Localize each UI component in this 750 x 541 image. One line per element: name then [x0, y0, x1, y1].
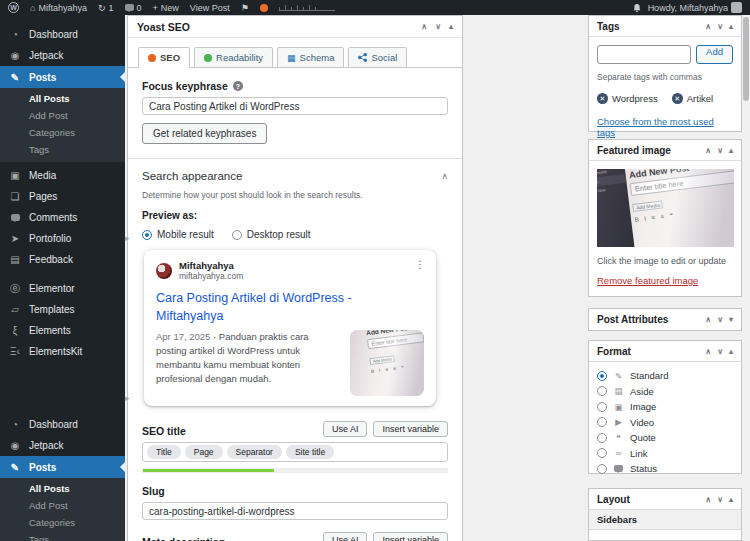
remove-tag-icon[interactable]: ✕ — [597, 93, 608, 104]
remove-featured-image-link[interactable]: Remove featured image — [597, 275, 698, 286]
view-post-menu[interactable]: View Post — [190, 3, 230, 13]
move-up-icon[interactable]: ∧ — [705, 22, 711, 31]
help-icon[interactable]: ? — [233, 81, 243, 91]
sidebar-item-jetpack[interactable]: ◉ Jetpack — [0, 45, 125, 66]
comments-menu[interactable]: 0 — [125, 3, 142, 13]
sidebar-item-jetpack-2[interactable]: ◉ Jetpack — [0, 435, 125, 456]
add-tag-button[interactable]: Add — [696, 45, 733, 64]
toggle-panel-icon[interactable]: ▾ — [729, 315, 733, 324]
tags-panel-header[interactable]: Tags ∧ ∨ ▴ — [589, 16, 741, 37]
move-up-icon[interactable]: ∧ — [705, 146, 711, 155]
image-text: Add Media — [632, 200, 663, 212]
format-option-image[interactable]: ▣ Image — [597, 399, 733, 414]
move-down-icon[interactable]: ∨ — [717, 146, 723, 155]
format-option-quote[interactable]: ❝ Quote — [597, 430, 733, 445]
move-down-icon[interactable]: ∨ — [717, 347, 723, 356]
variable-pill-title[interactable]: Title — [147, 445, 181, 459]
search-appearance-toggle[interactable]: Search appearance ∧ — [142, 159, 448, 182]
toggle-panel-icon[interactable]: ▴ — [729, 146, 733, 155]
slug-input[interactable] — [142, 502, 448, 520]
focus-keyphrase-input[interactable] — [142, 97, 448, 115]
featured-image-panel-header[interactable]: Featured image ∧ ∨ ▴ — [589, 140, 741, 161]
move-down-icon[interactable]: ∨ — [717, 315, 723, 324]
google-preview-card[interactable]: Miftahyahya miftahyahya.com ⋮ Cara Posti… — [144, 250, 436, 406]
sidebar-item-elementskit[interactable]: Ξ‹ ElementsKit — [0, 341, 125, 362]
use-ai-button[interactable]: Use AI — [323, 532, 368, 541]
updates-menu[interactable]: ↻ 1 — [98, 3, 114, 13]
sidebar-item-elements[interactable]: ξ Elements — [0, 320, 125, 341]
move-up-icon[interactable]: ∧ — [421, 22, 427, 31]
sidebar-item-posts-2[interactable]: ✎ Posts — [0, 456, 125, 478]
submenu-item-all-posts[interactable]: All Posts — [0, 480, 125, 497]
wordpress-logo-menu[interactable]: W — [8, 2, 19, 13]
sidebar-item-dashboard-2[interactable]: ◔ Dashboard — [0, 414, 125, 435]
format-option-status[interactable]: Status — [597, 461, 733, 476]
tab-readability[interactable]: Readability — [194, 47, 273, 68]
tab-social[interactable]: Social — [348, 47, 407, 68]
toggle-panel-icon[interactable]: ▴ — [729, 347, 733, 356]
move-down-icon[interactable]: ∨ — [717, 22, 723, 31]
remove-tag-icon[interactable]: ✕ — [672, 93, 683, 104]
my-account-menu[interactable]: Howdy, Miftahyahya — [648, 2, 742, 13]
mobile-result-radio[interactable]: Mobile result — [142, 229, 214, 240]
format-panel: Format ∧ ∨ ▴ ✎ Standard ▤ Aside — [588, 340, 742, 474]
plugin-flag-menu[interactable]: ⚑ — [241, 3, 249, 13]
use-ai-button[interactable]: Use AI — [323, 421, 368, 437]
toggle-panel-icon[interactable]: ▴ — [449, 22, 453, 31]
sidebar-item-label: Portofolio — [29, 233, 71, 244]
new-tag-input[interactable] — [597, 45, 691, 64]
submenu-item-add-post[interactable]: Add Post — [0, 107, 125, 124]
yoast-metabox-header[interactable]: Yoast SEO ∧ ∨ ▴ — [128, 16, 462, 38]
post-attributes-panel-header[interactable]: Post Attributes ∧ ∨ ▾ — [589, 309, 741, 330]
preview-result-thumbnail: Add New Post Enter title here Add Media … — [350, 330, 424, 396]
featured-image-thumbnail[interactable]: Dashboard Posts Add New Add New Post Ent… — [597, 169, 734, 247]
variable-pill-page[interactable]: Page — [185, 445, 223, 459]
page-scrollbar[interactable] — [742, 15, 750, 541]
site-name-menu[interactable]: ⌂ Miftahyahya — [30, 3, 87, 13]
move-down-icon[interactable]: ∨ — [717, 495, 723, 504]
sidebar-item-feedback[interactable]: ▤ Feedback — [0, 249, 125, 270]
sidebar-item-media[interactable]: ▣ Media — [0, 165, 125, 186]
variable-pill-separator[interactable]: Separator — [227, 445, 282, 459]
notifications-bell-icon[interactable] — [632, 3, 642, 13]
yoast-seo-score-menu[interactable] — [260, 4, 268, 12]
submenu-item-categories[interactable]: Categories — [0, 124, 125, 141]
tab-schema[interactable]: ▦ Schema — [277, 47, 344, 68]
sidebar-item-pages[interactable]: ❏ Pages — [0, 186, 125, 207]
most-used-tags-link[interactable]: Choose from the most used tags — [597, 116, 733, 138]
format-option-link[interactable]: ∞ Link — [597, 446, 733, 461]
move-down-icon[interactable]: ∨ — [435, 22, 441, 31]
move-up-icon[interactable]: ∧ — [705, 315, 711, 324]
new-content-menu[interactable]: + New — [153, 3, 179, 13]
move-up-icon[interactable]: ∧ — [705, 495, 711, 504]
sidebar-item-portofolio[interactable]: ➤ Portofolio — [0, 228, 125, 249]
submenu-item-tags[interactable]: Tags — [0, 141, 125, 158]
sidebar-item-comments[interactable]: Comments — [0, 207, 125, 228]
insert-variable-button[interactable]: Insert variable — [373, 421, 448, 437]
scrollbar-thumb[interactable] — [743, 17, 749, 101]
format-option-aside[interactable]: ▤ Aside — [597, 384, 733, 399]
seo-title-input[interactable]: Title Page Separator Site title — [142, 442, 448, 462]
format-option-video[interactable]: ▶ Video — [597, 415, 733, 430]
desktop-result-radio[interactable]: Desktop result — [232, 229, 311, 240]
toggle-panel-icon[interactable]: ▴ — [729, 22, 733, 31]
sidebar-item-elementor[interactable]: ⓔ Elementor — [0, 278, 125, 299]
layout-panel-header[interactable]: Layout ∧ ∨ ▴ — [589, 489, 741, 510]
submenu-item-all-posts[interactable]: All Posts — [0, 90, 125, 107]
format-panel-header[interactable]: Format ∧ ∨ ▴ — [589, 341, 741, 362]
yoast-seo-score-icon — [260, 4, 268, 12]
get-related-keyphrases-button[interactable]: Get related keyphrases — [142, 123, 267, 144]
submenu-item-add-post[interactable]: Add Post — [0, 497, 125, 514]
sidebar-item-dashboard[interactable]: ◔ Dashboard — [0, 24, 125, 45]
insert-variable-button[interactable]: Insert variable — [373, 532, 448, 541]
submenu-item-categories[interactable]: Categories — [0, 514, 125, 531]
move-up-icon[interactable]: ∧ — [705, 347, 711, 356]
toggle-panel-icon[interactable]: ▴ — [729, 495, 733, 504]
format-option-standard[interactable]: ✎ Standard — [597, 368, 733, 383]
variable-pill-site-title[interactable]: Site title — [286, 445, 334, 459]
submenu-item-tags[interactable]: Tags — [0, 531, 125, 541]
sidebar-item-templates[interactable]: ▱ Templates — [0, 299, 125, 320]
preview-date: Apr 17, 2025 — [156, 331, 210, 342]
sidebar-item-posts[interactable]: ✎ Posts — [0, 66, 125, 88]
tab-seo[interactable]: SEO — [138, 47, 190, 68]
